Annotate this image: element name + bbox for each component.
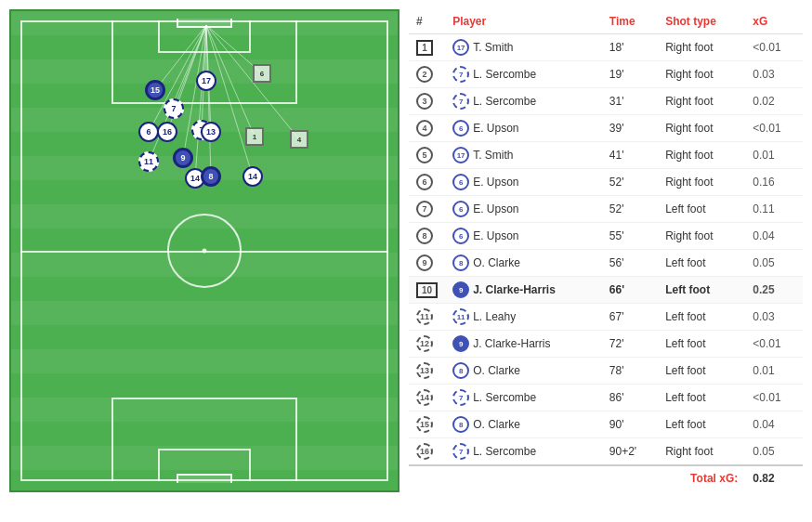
table-row[interactable]: 86E. Upson55'Right foot0.04 xyxy=(409,223,803,250)
shot-type-cell: Left foot xyxy=(658,331,745,358)
player-name: L. Leahy xyxy=(473,310,516,323)
row-num-box: 1 xyxy=(416,40,433,56)
svg-line-13 xyxy=(206,25,253,176)
player-badge: 8 xyxy=(452,254,469,271)
shot-marker-8[interactable]: 13 xyxy=(201,122,221,142)
time-cell: 52' xyxy=(602,169,658,196)
halfway-line xyxy=(20,251,388,253)
row-num-circle: 8 xyxy=(416,228,433,244)
col-header-time: Time xyxy=(602,9,658,34)
player-badge: 6 xyxy=(452,174,469,190)
player-name: L. Sercombe xyxy=(473,68,536,81)
shot-marker-15[interactable]: 15 xyxy=(145,80,165,100)
time-cell: 67' xyxy=(602,304,658,331)
shot-marker-9[interactable]: 1 xyxy=(245,127,264,146)
player-name: O. Clarke xyxy=(473,256,520,269)
penalty-area-top xyxy=(111,20,297,104)
shot-marker-6[interactable]: 6 xyxy=(138,122,159,142)
row-num-cell: 10 xyxy=(409,277,445,304)
player-cell: 17T. Smith xyxy=(445,142,602,168)
xg-cell: 0.05 xyxy=(745,250,803,277)
time-cell: 41' xyxy=(602,142,658,169)
table-row[interactable]: 138O. Clarke78'Left foot0.01 xyxy=(409,358,803,385)
table-row[interactable]: 167L. Sercombe90+2'Right foot0.05 xyxy=(409,438,803,466)
xg-cell: <0.01 xyxy=(745,331,803,358)
player-name: L. Sercombe xyxy=(473,95,536,108)
table-row[interactable]: 147L. Sercombe86'Left foot<0.01 xyxy=(409,385,803,411)
player-cell: 6E. Upson xyxy=(445,115,602,141)
xg-cell: 0.01 xyxy=(745,358,803,385)
player-name: O. Clarke xyxy=(473,418,520,431)
table-row[interactable]: 27L. Sercombe19'Right foot0.03 xyxy=(409,61,803,88)
table-row[interactable]: 98O. Clarke56'Left foot0.05 xyxy=(409,250,803,277)
player-cell: 8O. Clarke xyxy=(445,250,602,276)
svg-line-11 xyxy=(195,25,206,178)
player-cell: 9J. Clarke-Harris xyxy=(445,331,602,357)
shot-marker-1[interactable]: 17 xyxy=(196,71,216,91)
row-num-dashed: 13 xyxy=(416,362,433,379)
shot-type-cell: Left foot xyxy=(658,250,745,277)
sixyard-top xyxy=(158,20,251,53)
row-num-dashed: 16 xyxy=(416,443,433,460)
time-cell: 90+2' xyxy=(602,438,658,466)
player-name: E. Upson xyxy=(473,122,518,135)
player-name: T. Smith xyxy=(473,149,513,162)
centre-spot xyxy=(203,249,207,254)
player-name: J. Clarke-Harris xyxy=(473,283,556,296)
player-name: L. Sercombe xyxy=(473,391,536,404)
player-badge: 9 xyxy=(452,281,469,298)
shot-type-cell: Right foot xyxy=(658,61,745,88)
total-xg-label: Total xG: xyxy=(409,465,745,490)
sixyard-bottom xyxy=(158,449,251,481)
xg-cell: <0.01 xyxy=(745,34,803,61)
table-row[interactable]: 117T. Smith18'Right foot<0.01 xyxy=(409,34,803,61)
shots-table-container[interactable]: # Player Time Shot type xG 117T. Smith18… xyxy=(409,9,803,513)
svg-line-1 xyxy=(174,25,206,109)
player-cell: 7L. Sercombe xyxy=(445,61,602,87)
shot-marker-14[interactable]: 14 xyxy=(242,166,263,187)
player-name: O. Clarke xyxy=(473,364,520,377)
col-header-xg: xG xyxy=(745,9,803,34)
shot-marker-4[interactable]: 6 xyxy=(253,64,271,83)
table-row[interactable]: 66E. Upson52'Right foot0.16 xyxy=(409,169,803,196)
row-num-dashed: 15 xyxy=(416,416,433,433)
shot-marker-5[interactable]: 4 xyxy=(290,130,308,149)
table-header-row: # Player Time Shot type xG xyxy=(409,9,803,34)
table-row[interactable]: 37L. Sercombe31'Right foot0.02 xyxy=(409,88,803,115)
shot-marker-7[interactable]: 16 xyxy=(157,122,177,142)
time-cell: 18' xyxy=(602,34,658,61)
shot-marker-13[interactable]: 8 xyxy=(201,166,221,187)
table-row[interactable]: 46E. Upson39'Right foot<0.01 xyxy=(409,115,803,142)
player-badge: 7 xyxy=(452,443,469,460)
row-num-cell: 7 xyxy=(409,196,445,223)
table-row[interactable]: 129J. Clarke-Harris72'Left foot<0.01 xyxy=(409,331,803,358)
table-row[interactable]: 517T. Smith41'Right foot0.01 xyxy=(409,142,803,169)
shot-marker-11[interactable]: 9 xyxy=(173,148,193,168)
table-row[interactable]: 1111L. Leahy67'Left foot0.03 xyxy=(409,304,803,331)
table-row[interactable]: 109J. Clarke-Harris66'Left foot0.25 xyxy=(409,277,803,304)
player-cell: 7L. Sercombe xyxy=(445,88,602,114)
xg-cell: <0.01 xyxy=(745,385,803,411)
player-cell: 7L. Sercombe xyxy=(445,385,602,411)
shot-marker-10[interactable]: 11 xyxy=(138,151,159,172)
goal-top xyxy=(177,19,232,28)
player-badge: 11 xyxy=(452,308,469,325)
row-num-cell: 12 xyxy=(409,331,445,358)
row-num-dashed: 12 xyxy=(416,335,433,352)
row-num-dashed: 14 xyxy=(416,389,433,406)
shot-type-cell: Right foot xyxy=(658,34,745,61)
row-num-cell: 3 xyxy=(409,88,445,115)
shot-type-cell: Left foot xyxy=(658,385,745,411)
row-num-cell: 2 xyxy=(409,61,445,88)
shot-marker-2[interactable]: 7 xyxy=(164,98,184,119)
row-num-circle: 2 xyxy=(416,66,433,83)
player-name: T. Smith xyxy=(473,41,513,54)
shot-type-cell: Left foot xyxy=(658,277,745,304)
table-row[interactable]: 76E. Upson52'Left foot0.11 xyxy=(409,196,803,223)
shot-type-cell: Right foot xyxy=(658,115,745,142)
row-num-circle: 5 xyxy=(416,147,433,163)
time-cell: 78' xyxy=(602,358,658,385)
xg-cell: 0.05 xyxy=(745,438,803,466)
table-row[interactable]: 158O. Clarke90'Left foot0.04 xyxy=(409,411,803,438)
shot-type-cell: Right foot xyxy=(658,142,745,169)
